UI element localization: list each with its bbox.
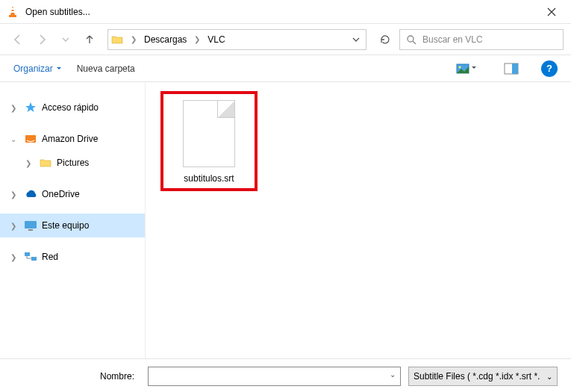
tree-label: Red <box>42 252 58 262</box>
tree-label: Este equipo <box>42 220 89 231</box>
back-button[interactable] <box>7 29 28 50</box>
window-title: Open subtitles... <box>25 7 535 17</box>
svg-rect-11 <box>25 252 30 256</box>
tree-label: Acceso rápido <box>42 102 99 113</box>
chevron-right-icon: ❯ <box>190 35 205 43</box>
breadcrumb-segment[interactable]: VLC <box>205 34 228 45</box>
help-button[interactable]: ? <box>541 60 558 77</box>
breadcrumb[interactable]: ❯ Descargas ❯ VLC <box>107 29 366 50</box>
tree-item-onedrive[interactable]: ❯ OneDrive <box>0 182 145 206</box>
refresh-button[interactable] <box>374 29 396 50</box>
view-mode-button[interactable] <box>452 60 481 78</box>
file-item[interactable]: subtitulos.srt <box>160 91 258 191</box>
svg-point-3 <box>408 36 414 42</box>
pc-icon <box>24 220 37 231</box>
svg-rect-10 <box>28 229 33 231</box>
tree-item-this-pc[interactable]: ❯ Este equipo <box>0 214 145 237</box>
file-name: subtitulos.srt <box>184 173 234 184</box>
tree-pane: ❯ Acceso rápido ⌄ Amazon Drive ❯ Picture… <box>0 82 146 358</box>
preview-pane-button[interactable] <box>496 60 526 78</box>
svg-rect-12 <box>31 257 37 261</box>
organize-menu[interactable]: Organizar <box>13 63 62 74</box>
filter-label: Subtitle Files ( *.cdg *.idx *.srt *. <box>414 371 540 382</box>
recent-dropdown-icon[interactable] <box>55 29 76 50</box>
chevron-down-icon[interactable]: ⌄ <box>390 370 396 379</box>
chevron-down-icon: ⌄ <box>10 135 19 143</box>
folder-icon <box>108 34 126 45</box>
chevron-right-icon: ❯ <box>10 253 19 261</box>
folder-icon <box>39 158 52 168</box>
svg-point-5 <box>459 66 461 68</box>
nav-row: ❯ Descargas ❯ VLC <box>0 24 571 55</box>
svg-rect-2 <box>11 11 15 13</box>
document-icon <box>183 100 235 167</box>
search-input[interactable] <box>422 34 557 45</box>
new-folder-button[interactable]: Nueva carpeta <box>77 63 135 74</box>
breadcrumb-dropdown-icon[interactable] <box>346 36 366 43</box>
dialog-body: ❯ Acceso rápido ⌄ Amazon Drive ❯ Picture… <box>0 82 571 358</box>
chevron-right-icon: ❯ <box>25 159 34 167</box>
search-box[interactable] <box>399 29 564 50</box>
filename-label: Nombre: <box>13 371 140 382</box>
vlc-icon <box>6 5 19 19</box>
tree-item-pictures[interactable]: ❯ Pictures <box>0 151 145 175</box>
svg-rect-0 <box>9 15 16 17</box>
amazon-icon <box>24 133 37 145</box>
up-button[interactable] <box>79 29 100 50</box>
chevron-right-icon: ❯ <box>10 190 19 199</box>
footer: Nombre: ⌄ Subtitle Files ( *.cdg *.idx *… <box>0 358 571 392</box>
forward-button[interactable] <box>31 29 52 50</box>
toolbar: Organizar Nueva carpeta ? <box>0 55 571 82</box>
breadcrumb-segment[interactable]: Descargas <box>141 34 190 45</box>
chevron-down-icon <box>56 66 62 72</box>
cloud-icon <box>24 189 37 199</box>
chevron-down-icon: ⌄ <box>546 373 552 381</box>
network-icon <box>24 252 37 262</box>
filetype-filter[interactable]: Subtitle Files ( *.cdg *.idx *.srt *. ⌄ <box>408 367 558 386</box>
tree-label: OneDrive <box>42 189 80 199</box>
search-icon <box>406 34 416 45</box>
tree-item-quick-access[interactable]: ❯ Acceso rápido <box>0 96 145 119</box>
file-list-pane[interactable]: subtitulos.srt <box>146 82 571 358</box>
chevron-right-icon: ❯ <box>10 104 19 112</box>
svg-rect-1 <box>11 8 14 10</box>
chevron-right-icon: ❯ <box>126 35 141 43</box>
tree-item-amazon-drive[interactable]: ⌄ Amazon Drive <box>0 127 145 151</box>
tree-item-network[interactable]: ❯ Red <box>0 245 145 269</box>
tree-label: Pictures <box>57 158 89 168</box>
titlebar: Open subtitles... <box>0 0 571 24</box>
svg-rect-9 <box>25 221 37 228</box>
svg-rect-7 <box>512 63 518 74</box>
organize-label: Organizar <box>13 63 53 74</box>
close-button[interactable] <box>535 1 568 23</box>
star-icon <box>24 102 37 113</box>
tree-label: Amazon Drive <box>42 134 98 144</box>
chevron-right-icon: ❯ <box>10 222 19 230</box>
filename-input[interactable]: ⌄ <box>148 367 401 386</box>
